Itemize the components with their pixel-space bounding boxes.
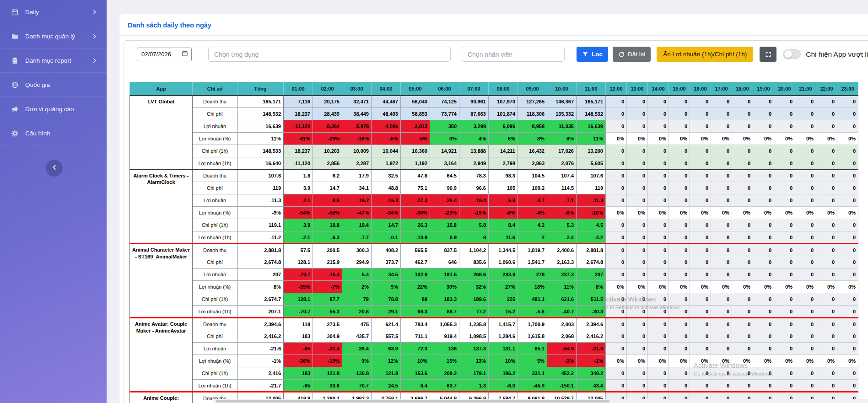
hour-value-cell: 1,104.2 xyxy=(459,244,489,256)
hour-value-cell: 0 xyxy=(690,170,711,182)
hour-value-cell: 165,171 xyxy=(577,96,606,108)
hour-value-cell: 0 xyxy=(774,330,795,343)
hour-value-cell: 0 xyxy=(669,293,690,306)
hour-value-cell: 0 xyxy=(711,120,732,133)
hour-value-cell: 0 xyxy=(606,182,627,194)
hour-value-cell: 153.6 xyxy=(401,367,430,380)
hour-value-cell: 0 xyxy=(606,145,627,157)
total-cell: 2,416.2 xyxy=(237,330,284,343)
hour-value-cell: -54% xyxy=(284,207,313,219)
sidebar-item-daily[interactable]: Daily xyxy=(0,0,107,24)
hour-value-cell: 0 xyxy=(690,182,711,194)
hour-value-cell: 0 xyxy=(627,256,648,269)
total-cell: 2,674.8 xyxy=(237,256,284,269)
hour-value-cell: 0 xyxy=(816,269,837,281)
table-row: Lợi nhuận (%)11%-61%-29%-16%-8%-5%0%4%6%… xyxy=(130,133,858,145)
metric-label-cell: Lợi nhuận xyxy=(193,120,237,133)
hour-value-cell: -4,006 xyxy=(372,120,401,133)
hour-value-cell: -11,120 xyxy=(284,120,313,133)
filter-button[interactable]: Lọc xyxy=(577,47,608,62)
hour-value-cell: 119 xyxy=(577,182,606,194)
hour-value-cell: 1,055.3 xyxy=(430,318,459,330)
hour-value-cell: 136 xyxy=(430,343,459,355)
hour-value-cell: 0 xyxy=(669,219,690,231)
hour-value-cell: 0 xyxy=(753,194,774,207)
hour-value-cell: 0 xyxy=(732,330,753,343)
hour-value-cell: 98.3 xyxy=(489,170,518,182)
hour-value-cell: 179.1 xyxy=(459,367,489,380)
hour-value-cell: 0 xyxy=(627,330,648,343)
hour-value-cell: 2,003 xyxy=(547,318,577,330)
hour-value-cell: 0% xyxy=(669,133,690,145)
reset-button[interactable]: Đặt lại xyxy=(613,47,651,62)
staff-select-input[interactable] xyxy=(462,47,565,62)
hour-value-cell: 0 xyxy=(690,367,711,380)
hour-value-cell: 0 xyxy=(648,231,669,244)
hour-value-cell: 0 xyxy=(627,293,648,306)
column-header: 03:00 xyxy=(342,82,372,96)
hour-value-cell: 6% xyxy=(489,133,518,145)
column-header: Chỉ số xyxy=(193,82,237,96)
toggle-knob xyxy=(784,50,792,58)
app-select-input[interactable] xyxy=(208,47,451,62)
hour-value-cell: 0 xyxy=(690,145,711,157)
horizontal-scrollbar-thumb[interactable] xyxy=(216,400,609,403)
hour-value-cell: 47.8 xyxy=(401,170,430,182)
date-input[interactable]: 02/07/2026 xyxy=(137,48,192,61)
app-name-cell: Alarm Clock & Timers - AlarmClock xyxy=(130,170,193,244)
hour-value-cell: 237.3 xyxy=(547,269,577,281)
app-root: DailyDanh mục quản lýDanh mục reportQuốc… xyxy=(0,0,868,403)
hour-value-cell: 0 xyxy=(753,96,774,108)
hour-value-cell: 0 xyxy=(732,306,753,318)
hour-value-cell: 0 xyxy=(648,330,669,343)
hour-value-cell: 55.3 xyxy=(313,306,342,318)
hour-value-cell: 0 xyxy=(648,170,669,182)
fullscreen-button[interactable] xyxy=(760,47,776,62)
sidebar-collapse-button[interactable] xyxy=(46,160,63,177)
hour-value-cell: 137.3 xyxy=(459,343,489,355)
hour-value-cell: 0 xyxy=(837,306,858,318)
hour-value-cell: 0 xyxy=(774,318,795,330)
hour-value-cell: 0 xyxy=(690,231,711,244)
table-row: Chi phí (1h)2,416183121.8130.8121.8153.6… xyxy=(130,367,858,380)
total-cell: 119 xyxy=(237,182,284,194)
hour-value-cell: 1,700.9 xyxy=(518,318,547,330)
hour-value-cell: 0 xyxy=(837,145,858,157)
hour-value-cell: 0 xyxy=(648,219,669,231)
hour-value-cell: 128.1 xyxy=(284,293,313,306)
hour-value-cell: 462.7 xyxy=(401,256,430,269)
hour-value-cell: 348.2 xyxy=(577,367,606,380)
hour-value-cell: -10% xyxy=(313,355,342,367)
hour-value-cell: 0 xyxy=(732,318,753,330)
sidebar-item-don-vi-quang-cao[interactable]: Đơn vị quảng cáo xyxy=(0,97,107,121)
sidebar-item-quoc-gia[interactable]: Quốc gia xyxy=(0,73,107,97)
hour-value-cell: 0% xyxy=(774,355,795,367)
date-value: 02/07/2026 xyxy=(141,51,171,58)
hour-value-cell: 0% xyxy=(816,207,837,219)
sidebar-item-danh-muc-quan-ly[interactable]: Danh mục quản lý xyxy=(0,24,107,48)
hour-value-cell: 0% xyxy=(627,355,648,367)
sidebar-item-label: Đơn vị quảng cáo xyxy=(25,106,74,113)
hour-value-cell: 6.2 xyxy=(313,170,342,182)
hide-profit-cost-button[interactable]: Ẩn Lợi nhuận (1h)/Chi phí (1h) xyxy=(657,47,753,62)
hour-value-cell: 0 xyxy=(690,293,711,306)
loss-only-toggle[interactable] xyxy=(783,49,801,59)
hour-value-cell: 10,044 xyxy=(372,145,401,157)
hour-value-cell: 0 xyxy=(648,380,669,392)
hour-value-cell: 0 xyxy=(795,120,816,133)
hour-value-cell: 0 xyxy=(627,318,648,330)
total-cell: 11% xyxy=(237,133,284,145)
hour-value-cell: 0 xyxy=(816,145,837,157)
hour-value-cell: 621.4 xyxy=(372,318,401,330)
hour-value-cell: 0 xyxy=(732,269,753,281)
hour-value-cell: 73,774 xyxy=(430,108,459,120)
hour-value-cell: 2,949 xyxy=(459,157,489,170)
hour-value-cell: 0% xyxy=(753,133,774,145)
hour-value-cell: 1,615.8 xyxy=(518,330,547,343)
hour-value-cell: 17,026 xyxy=(547,145,577,157)
hour-value-cell: 0 xyxy=(711,219,732,231)
hour-value-cell: 2,856 xyxy=(313,157,342,170)
sidebar-item-cau-hinh[interactable]: Cấu hình xyxy=(0,121,107,145)
sidebar-item-danh-muc-report[interactable]: Danh mục report xyxy=(0,48,107,73)
table-row: Chi phí (1h)119.13.910.819.414.726.315.8… xyxy=(130,219,858,231)
